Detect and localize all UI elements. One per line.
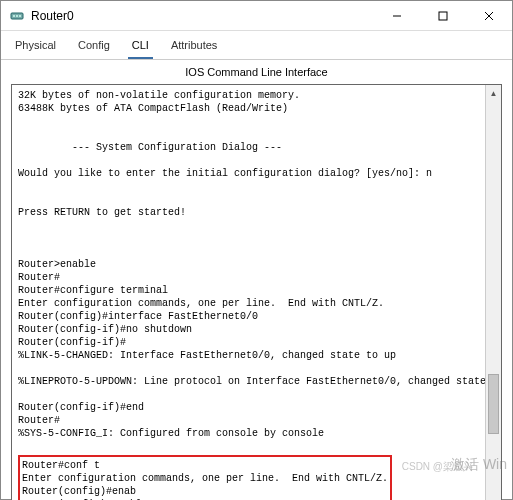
svg-point-1: [13, 15, 15, 17]
window-title: Router0: [31, 9, 374, 23]
scroll-up-button[interactable]: ▲: [486, 85, 501, 101]
titlebar: Router0: [1, 1, 512, 31]
scroll-thumb[interactable]: [488, 374, 499, 434]
svg-point-3: [19, 15, 21, 17]
highlighted-commands: Router#conf t Enter configuration comman…: [18, 455, 392, 500]
scroll-track[interactable]: [486, 101, 501, 500]
minimize-button[interactable]: [374, 1, 420, 31]
svg-point-2: [16, 15, 18, 17]
terminal-scrollbar[interactable]: ▲ ▼: [485, 85, 501, 500]
terminal-output-top: 32K bytes of non-volatile configuration …: [18, 90, 485, 439]
app-window: Router0 Physical Config CLI Attributes I…: [0, 0, 513, 500]
tab-attributes[interactable]: Attributes: [167, 35, 221, 59]
terminal[interactable]: 32K bytes of non-volatile configuration …: [12, 85, 485, 500]
maximize-button[interactable]: [420, 1, 466, 31]
terminal-output-box: Router#conf t Enter configuration comman…: [22, 460, 388, 500]
tab-cli[interactable]: CLI: [128, 35, 153, 59]
tab-config[interactable]: Config: [74, 35, 114, 59]
tab-physical[interactable]: Physical: [11, 35, 60, 59]
app-icon: [9, 8, 25, 24]
close-button[interactable]: [466, 1, 512, 31]
tab-bar: Physical Config CLI Attributes: [1, 31, 512, 60]
window-controls: [374, 1, 512, 31]
terminal-container: 32K bytes of non-volatile configuration …: [11, 84, 502, 500]
svg-rect-5: [439, 12, 447, 20]
cli-heading: IOS Command Line Interface: [1, 60, 512, 84]
